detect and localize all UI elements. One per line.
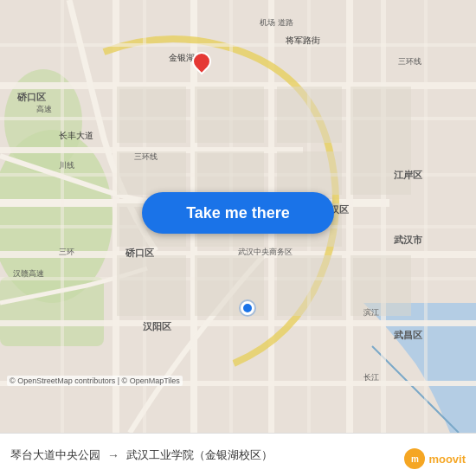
svg-rect-15 (0, 43, 476, 47)
current-location-dot (241, 301, 254, 315)
svg-rect-35 (117, 255, 186, 316)
pin-circle (188, 48, 215, 74)
svg-rect-13 (346, 0, 353, 433)
svg-rect-24 (424, 0, 428, 433)
svg-rect-34 (351, 87, 411, 195)
svg-rect-38 (351, 255, 411, 316)
moovit-logo-text: moovit (428, 453, 466, 466)
map-container: 金银湖将军路街机场 道路三环线硚口区高速长丰大道三环线三环汉赣高速汉阳区硚口区武… (0, 0, 476, 433)
take-me-there-button[interactable]: Take me there (142, 192, 334, 234)
osm-attribution: © OpenStreetMap contributors | © OpenMap… (7, 376, 183, 386)
svg-rect-25 (117, 87, 186, 143)
destination-pin (192, 52, 211, 78)
svg-rect-20 (61, 0, 64, 433)
svg-rect-28 (117, 151, 186, 195)
svg-rect-27 (277, 87, 342, 143)
moovit-logo: m moovit (404, 448, 466, 469)
moovit-logo-icon: m (404, 448, 425, 469)
svg-rect-29 (195, 151, 264, 195)
route-arrow: → (107, 448, 119, 462)
svg-rect-30 (277, 151, 342, 195)
svg-rect-14 (381, 0, 386, 433)
svg-rect-8 (0, 320, 476, 326)
svg-rect-37 (277, 255, 342, 316)
from-label: 琴台大道中央公园 (10, 447, 100, 463)
to-label: 武汉工业学院（金银湖校区） (126, 447, 273, 463)
bottom-bar: 琴台大道中央公园 → 武汉工业学院（金银湖校区） m moovit (0, 433, 476, 476)
svg-rect-26 (195, 87, 264, 143)
